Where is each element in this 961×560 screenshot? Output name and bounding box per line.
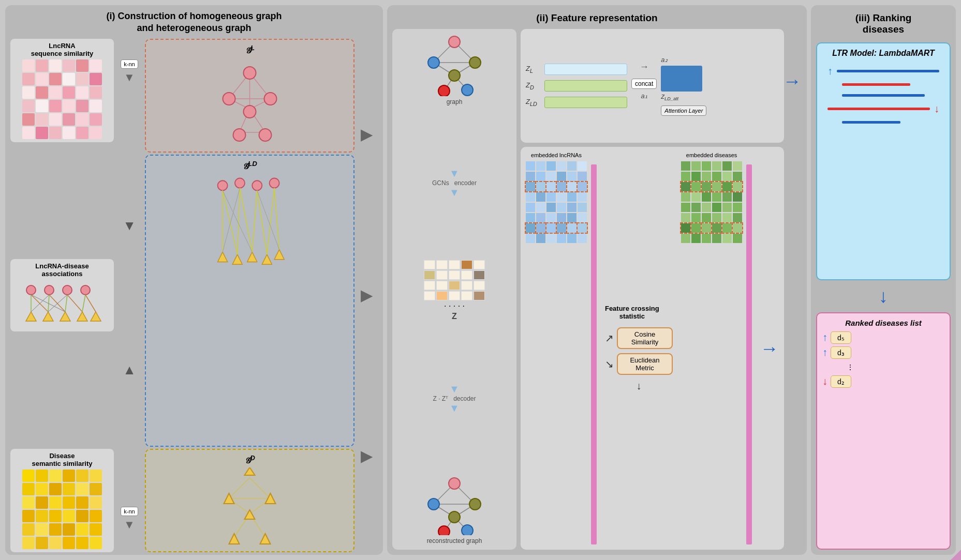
down-arrow-d2: ↓	[822, 375, 827, 387]
zL-label: ZL	[526, 65, 541, 74]
svg-line-51	[274, 188, 279, 250]
section-iii: (iii) Rankingdiseases LTR Model: LambdaM…	[811, 5, 956, 555]
graph-LD-label: 𝒢LD	[150, 160, 349, 171]
svg-marker-43	[274, 250, 284, 260]
decoder-z-label: Z · Zᵀ decoder	[433, 395, 476, 402]
dots-label: ⋮	[840, 361, 861, 373]
svg-line-14	[67, 295, 82, 312]
left-inputs: LncRNAsequence similarity	[10, 39, 114, 552]
graph-L-box: 𝒢L	[145, 39, 354, 153]
cosine-label: Cosine Similarity	[631, 330, 659, 346]
svg-marker-67	[260, 534, 271, 544]
input-graph-svg	[421, 34, 488, 96]
svg-marker-7	[77, 312, 87, 321]
svg-point-38	[270, 178, 279, 188]
cosine-box: Cosine Similarity	[617, 327, 673, 349]
svg-marker-5	[43, 312, 53, 321]
graph-LD-box: 𝒢LD	[145, 155, 354, 447]
svg-line-15	[82, 295, 85, 312]
svg-line-12	[49, 295, 65, 312]
svg-point-36	[235, 178, 245, 188]
svg-line-49	[257, 190, 267, 254]
association-svg	[21, 280, 104, 326]
svg-point-33	[233, 129, 246, 141]
gcns-label: GCNs	[432, 179, 449, 187]
ltr-title: LTR Model: LambdaMART	[822, 49, 944, 58]
svg-point-91	[449, 511, 460, 523]
svg-line-18	[48, 295, 67, 312]
svg-point-78	[449, 70, 460, 81]
down-arrow-1: ↓	[934, 103, 939, 115]
svg-point-88	[449, 478, 460, 489]
svg-line-47	[240, 188, 252, 252]
svg-point-32	[244, 105, 256, 118]
section-ii-content: graph ▼ GCNs encoder ▼	[392, 29, 802, 550]
svg-point-90	[469, 498, 481, 510]
svg-point-75	[449, 36, 460, 48]
attention-layer-label: Attention Layer	[664, 108, 703, 114]
section-ii: (ii) Feature representation	[387, 5, 807, 555]
svg-line-55	[229, 478, 250, 498]
svg-marker-42	[262, 254, 272, 264]
zLD-label: ZLD	[526, 98, 541, 107]
graph-D-svg	[150, 467, 349, 548]
graph-D-box: 𝒢D	[145, 449, 354, 552]
svg-line-56	[250, 478, 271, 498]
ranked-box: Ranked diseases list ↑ d₅ ↑ d₃ ⋮ ↓ d₂	[816, 312, 951, 550]
zL-row: ZL	[526, 64, 627, 75]
zD-row: ZD	[526, 80, 627, 92]
concat-box: concat	[631, 79, 657, 89]
svg-point-92	[438, 526, 450, 535]
svg-marker-41	[247, 252, 257, 262]
decoder-label: decoder	[453, 395, 476, 402]
association-block: LncRNA-diseaseassociations	[10, 259, 114, 331]
svg-line-16	[85, 295, 96, 312]
svg-line-46	[238, 188, 240, 255]
d3-label: d₃	[831, 346, 851, 359]
svg-point-93	[462, 525, 473, 535]
graph-D-label: 𝒢D	[150, 454, 349, 465]
up-arrow-d5: ↑	[822, 331, 827, 343]
up-arrow-1: ↑	[827, 65, 833, 77]
section-iii-title: (iii) Rankingdiseases	[816, 10, 951, 37]
svg-point-34	[259, 129, 272, 141]
section-i: (i) Construction of homogeneous graphand…	[5, 5, 383, 555]
embedded-dis-label: embedded diseases	[686, 152, 737, 158]
section-ii-title: (ii) Feature representation	[392, 10, 802, 26]
svg-point-0	[26, 285, 36, 295]
reconstructed-label: reconstructed graph	[421, 537, 488, 544]
embedded-lnc-label: embedded lncRNAs	[531, 152, 582, 158]
svg-marker-39	[218, 252, 228, 262]
ranked-title: Ranked diseases list	[822, 319, 944, 327]
svg-point-29	[244, 67, 256, 79]
svg-point-1	[45, 285, 54, 295]
svg-point-30	[223, 93, 235, 105]
section-i-title: (i) Construction of homogeneous graphand…	[10, 10, 378, 35]
svg-point-35	[218, 180, 228, 190]
svg-point-37	[252, 180, 262, 190]
z-label: Z	[424, 312, 485, 321]
section-i-content: LncRNAsequence similarity	[10, 39, 378, 552]
d5-label: d₅	[831, 331, 851, 344]
svg-point-76	[428, 57, 439, 68]
disease-block: Diseasesemantic similarity	[10, 449, 114, 552]
svg-marker-62	[245, 467, 255, 475]
svg-marker-40	[232, 254, 242, 264]
encoder-label: encoder	[454, 179, 477, 187]
lncrna-label: LncRNAsequence similarity	[13, 42, 111, 57]
rank-item-dots: ⋮	[822, 361, 944, 373]
svg-line-50	[267, 188, 274, 255]
svg-marker-66	[229, 534, 240, 544]
graph-label: graph	[421, 98, 488, 105]
association-label: LncRNA-diseaseassociations	[13, 262, 111, 278]
svg-line-13	[65, 295, 67, 312]
dot-label: Z · Zᵀ	[433, 395, 448, 402]
svg-point-80	[462, 84, 473, 96]
ltr-box: LTR Model: LambdaMART ↑ ↓	[816, 42, 951, 280]
reconstructed-graph-svg	[421, 476, 488, 535]
graph-LD-svg	[150, 173, 349, 277]
svg-marker-4	[26, 312, 36, 321]
rank-item-d5: ↑ d₅	[822, 331, 944, 344]
knn-bottom-label: k-nn	[121, 507, 138, 516]
svg-point-31	[264, 93, 277, 105]
